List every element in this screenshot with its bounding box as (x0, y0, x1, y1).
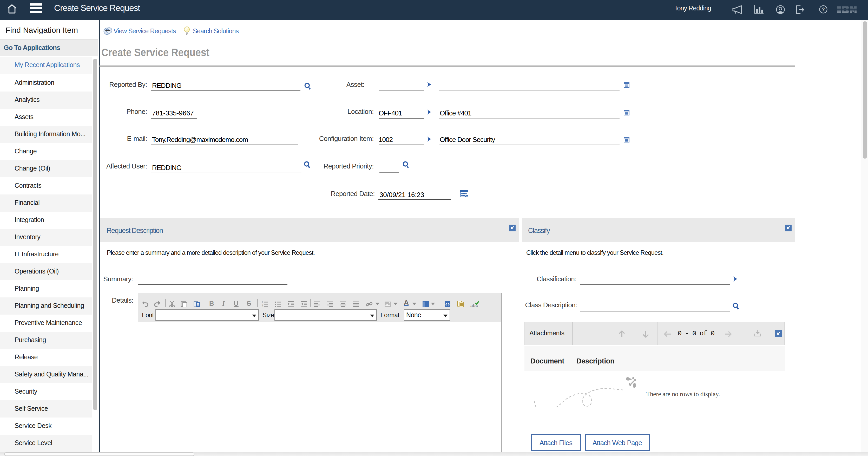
svg-text:?: ? (822, 6, 825, 12)
